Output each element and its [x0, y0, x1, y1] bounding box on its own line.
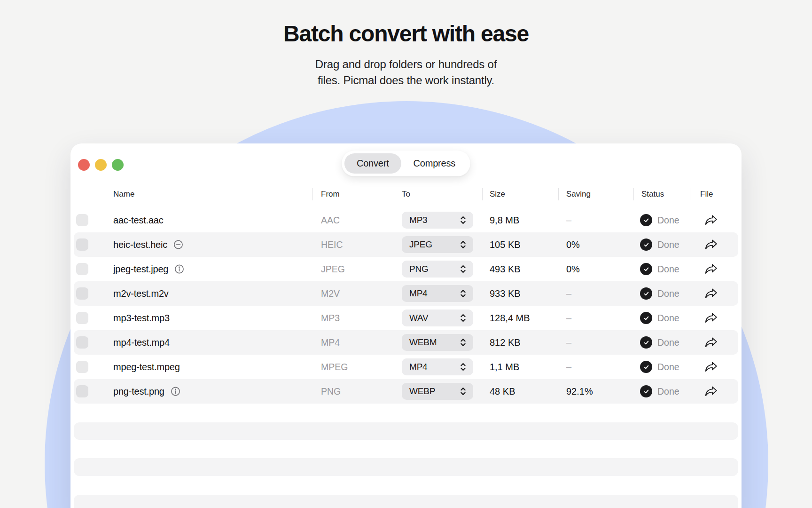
file-name-cell: jpeg-test.jpeg [113, 264, 184, 275]
status-badge: Done [640, 312, 679, 324]
close-button[interactable] [78, 159, 90, 171]
saving-cell: – [566, 215, 571, 226]
file-size: 933 KB [490, 288, 521, 299]
share-file-button[interactable] [702, 333, 720, 352]
tab-convert[interactable]: Convert [344, 153, 401, 174]
share-arrow-icon [704, 238, 718, 251]
from-format: MP3 [321, 313, 340, 324]
share-arrow-icon [704, 361, 718, 373]
row-checkbox[interactable] [76, 214, 88, 226]
empty-row-placeholder [74, 458, 738, 476]
file-name: m2v-test.m2v [113, 288, 169, 299]
status-label: Done [657, 313, 679, 324]
row-checkbox[interactable] [76, 385, 88, 397]
check-icon [640, 263, 652, 275]
file-size: 493 KB [490, 264, 521, 275]
table-row: mpeg-test.mpeg MPEG MP4 1,1 MB – Done [74, 355, 738, 379]
table-row: mp4-test.mp4 MP4 WEBM 812 KB – Done [74, 330, 738, 355]
share-arrow-icon [704, 263, 718, 275]
table-row: jpeg-test.jpeg JPEG PNG 493 KB 0% [74, 257, 738, 281]
minimize-button[interactable] [95, 159, 107, 171]
from-format: M2V [321, 288, 340, 299]
to-format-select[interactable]: JPEG [402, 236, 473, 253]
status-label: Done [657, 362, 679, 373]
zoom-button[interactable] [112, 159, 124, 171]
page-title: Batch convert with ease [0, 21, 812, 47]
to-format-select[interactable]: WAV [402, 310, 473, 326]
column-header-saving[interactable]: Saving [566, 190, 591, 199]
to-format-select[interactable]: WEBP [402, 383, 473, 400]
share-file-button[interactable] [702, 284, 720, 303]
share-arrow-icon [704, 312, 718, 324]
row-checkbox[interactable] [76, 361, 88, 373]
saving-cell: – [566, 288, 571, 299]
saving-cell: – [566, 362, 571, 373]
file-size: 105 KB [490, 239, 521, 250]
table-row: m2v-test.m2v M2V MP4 933 KB – Done [74, 281, 738, 306]
saving-cell: 0% [566, 264, 580, 275]
column-header-from[interactable]: From [321, 190, 340, 199]
header-divider [482, 188, 483, 200]
mode-switcher: Convert Compress [342, 151, 470, 176]
column-header-name[interactable]: Name [113, 190, 134, 199]
saving-cell: – [566, 337, 571, 348]
saving-cell: 0% [566, 239, 580, 250]
to-format-select[interactable]: MP3 [402, 212, 473, 229]
status-label: Done [657, 288, 679, 299]
row-checkbox[interactable] [76, 263, 88, 275]
from-format: MPEG [321, 362, 348, 373]
empty-row-placeholder [74, 495, 738, 508]
share-file-button[interactable] [702, 211, 720, 230]
from-format: MP4 [321, 337, 340, 348]
to-format-select[interactable]: MP4 [402, 358, 473, 375]
file-size: 812 KB [490, 337, 521, 348]
file-size: 1,1 MB [490, 362, 519, 373]
chevron-up-down-icon [459, 362, 468, 372]
chevron-up-down-icon [459, 288, 468, 299]
minus-circle-icon[interactable] [173, 240, 183, 250]
info-circle-icon[interactable] [174, 264, 184, 274]
status-label: Done [657, 264, 679, 275]
status-label: Done [657, 386, 679, 397]
chevron-up-down-icon [459, 386, 468, 397]
row-checkbox[interactable] [76, 287, 88, 300]
column-header-file[interactable]: File [700, 190, 713, 199]
saving-cell: – [566, 313, 571, 324]
share-file-button[interactable] [702, 235, 720, 254]
file-name-cell: aac-test.aac [113, 215, 164, 226]
header-divider [738, 188, 738, 200]
share-file-button[interactable] [702, 309, 720, 327]
row-checkbox[interactable] [76, 336, 88, 349]
share-arrow-icon [704, 385, 718, 397]
file-name-cell: mpeg-test.mpeg [113, 362, 180, 373]
window-titlebar: Convert Compress [70, 143, 742, 186]
to-format-select[interactable]: PNG [402, 261, 473, 278]
info-circle-icon[interactable] [171, 387, 180, 397]
to-format-select[interactable]: WEBM [402, 334, 473, 351]
page-subtitle-line-1: Drag and drop folders or hundreds of [0, 56, 812, 72]
column-header-to[interactable]: To [402, 190, 410, 199]
header-divider [633, 188, 634, 200]
to-format-select[interactable]: MP4 [402, 285, 473, 302]
from-format: HEIC [321, 239, 343, 250]
file-size: 128,4 MB [490, 313, 530, 324]
table-header: Name From To Size Saving Status File [70, 186, 742, 203]
file-name-cell: m2v-test.m2v [113, 288, 169, 299]
tab-compress[interactable]: Compress [401, 153, 468, 174]
header-divider [312, 188, 313, 200]
file-size: 48 KB [490, 386, 515, 397]
share-file-button[interactable] [702, 382, 720, 401]
share-file-button[interactable] [702, 357, 720, 376]
from-format: PNG [321, 386, 341, 397]
header-divider [106, 188, 106, 200]
column-header-status[interactable]: Status [641, 190, 664, 199]
share-file-button[interactable] [702, 260, 720, 278]
check-icon [640, 238, 652, 251]
chevron-up-down-icon [459, 239, 468, 250]
file-name: mpeg-test.mpeg [113, 362, 180, 373]
check-icon [640, 336, 652, 349]
check-icon [640, 287, 652, 300]
row-checkbox[interactable] [76, 312, 88, 324]
column-header-size[interactable]: Size [490, 190, 505, 199]
row-checkbox[interactable] [76, 238, 88, 251]
